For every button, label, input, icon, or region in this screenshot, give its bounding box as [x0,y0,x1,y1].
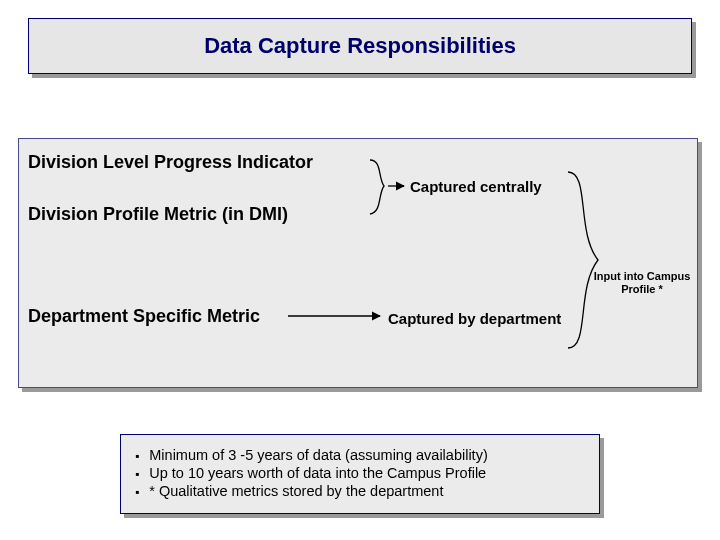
note-item: Minimum of 3 -5 years of data (assuming … [135,447,585,463]
captured-centrally: Captured centrally [410,178,542,195]
notes-panel: Minimum of 3 -5 years of data (assuming … [120,434,600,514]
captured-by-department: Captured by department [388,310,561,327]
metric-division-progress: Division Level Progress Indicator [28,152,313,173]
note-item: * Qualitative metrics stored by the depa… [135,483,585,499]
campus-profile-note-line2: Profile * [621,283,663,295]
notes-list: Minimum of 3 -5 years of data (assuming … [135,447,585,499]
campus-profile-note-line1: Input into Campus [594,270,691,282]
campus-profile-note: Input into Campus Profile * [582,270,702,295]
main-panel [18,138,698,388]
note-item: Up to 10 years worth of data into the Ca… [135,465,585,481]
metric-division-profile: Division Profile Metric (in DMI) [28,204,288,225]
slide-title: Data Capture Responsibilities [204,33,516,59]
slide: Data Capture Responsibilities Division L… [0,0,720,540]
title-panel: Data Capture Responsibilities [28,18,692,74]
metric-department-specific: Department Specific Metric [28,306,260,327]
